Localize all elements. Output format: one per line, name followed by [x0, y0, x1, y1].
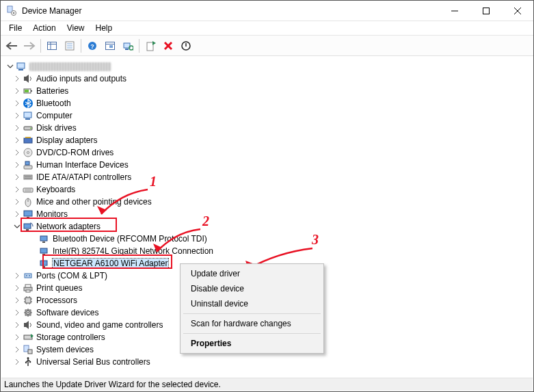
toolbar-scan-hardware-button[interactable] — [120, 38, 136, 54]
device-category[interactable]: Network adapters — [5, 220, 533, 233]
device-category-label: Disk drives — [36, 123, 77, 133]
svg-rect-88 — [25, 346, 28, 351]
svg-rect-48 — [23, 188, 33, 192]
svg-rect-33 — [25, 90, 29, 92]
expand-icon[interactable] — [12, 283, 22, 293]
device-category-icon — [23, 184, 34, 195]
toolbar-options-button[interactable] — [102, 38, 118, 54]
toolbar-help-button[interactable]: ? — [84, 38, 101, 54]
expand-icon[interactable] — [12, 160, 22, 170]
ctx-disable-device[interactable]: Disable device — [183, 281, 321, 296]
expand-icon[interactable] — [12, 185, 22, 194]
menu-file[interactable]: File — [3, 22, 27, 34]
device-category[interactable]: Batteries — [5, 85, 533, 97]
device-category[interactable]: Keyboards — [5, 183, 533, 196]
device-category[interactable]: Bluetooth — [5, 97, 533, 109]
device-category[interactable]: Computer — [5, 109, 533, 122]
toolbar-separator — [81, 39, 81, 53]
window-buttons — [439, 1, 533, 21]
device-category-label: Audio inputs and outputs — [36, 74, 126, 83]
expand-icon[interactable] — [12, 209, 22, 219]
device-item[interactable]: Bluetooth Device (RFCOMM Protocol TDI) — [5, 233, 533, 245]
svg-rect-53 — [24, 211, 32, 216]
expand-icon[interactable] — [12, 308, 22, 317]
svg-rect-8 — [48, 42, 57, 49]
computer-icon — [16, 61, 27, 72]
svg-text:?: ? — [90, 42, 94, 49]
device-category[interactable]: Human Interface Devices — [5, 159, 533, 171]
ctx-scan-hardware[interactable]: Scan for hardware changes — [183, 316, 321, 331]
expand-icon[interactable] — [12, 296, 22, 305]
toolbar-separator — [139, 39, 139, 53]
toolbar-back-button[interactable] — [3, 38, 20, 54]
expand-icon[interactable] — [12, 99, 22, 108]
ctx-properties[interactable]: Properties — [183, 336, 321, 351]
device-category[interactable]: Universal Serial Bus controllers — [5, 356, 533, 368]
svg-point-90 — [27, 357, 29, 359]
device-category[interactable]: Display adapters — [5, 134, 533, 146]
svg-rect-60 — [42, 254, 45, 255]
expand-icon[interactable] — [12, 172, 22, 182]
close-button[interactable] — [502, 1, 533, 21]
ctx-uninstall-device[interactable]: Uninstall device — [183, 296, 321, 311]
toolbar-update-driver-button[interactable] — [142, 38, 159, 54]
network-adapter-icon — [39, 258, 50, 269]
device-category-label: Print queues — [36, 283, 82, 293]
device-category-icon — [23, 98, 34, 109]
menu-action[interactable]: Action — [27, 22, 61, 34]
device-category-label: Ports (COM & LPT) — [36, 271, 107, 280]
device-category[interactable]: Monitors — [5, 208, 533, 220]
svg-rect-62 — [42, 266, 45, 267]
expand-icon[interactable] — [12, 148, 22, 157]
device-category[interactable]: Disk drives — [5, 122, 533, 134]
collapse-icon[interactable] — [5, 62, 15, 71]
toolbar-properties-button[interactable] — [62, 38, 78, 54]
svg-rect-30 — [24, 77, 26, 81]
svg-rect-67 — [25, 285, 31, 287]
device-item[interactable]: Intel(R) 82574L Gigabit Network Connecti… — [5, 245, 533, 257]
device-item-label: Bluetooth Device (RFCOMM Protocol TDI) — [53, 234, 207, 244]
minimize-button[interactable] — [439, 1, 470, 21]
device-category-icon — [23, 344, 34, 355]
device-category-label: IDE ATA/ATAPI controllers — [36, 172, 131, 182]
svg-point-3 — [13, 12, 15, 14]
ctx-update-driver[interactable]: Update driver — [183, 266, 321, 281]
svg-rect-85 — [24, 323, 26, 327]
collapse-icon[interactable] — [12, 222, 22, 231]
svg-rect-69 — [25, 298, 31, 303]
device-category-icon — [23, 283, 34, 293]
expand-icon[interactable] — [12, 197, 22, 207]
device-category-label: Processors — [36, 296, 77, 305]
device-category-icon — [23, 332, 34, 343]
expand-icon[interactable] — [12, 357, 22, 367]
menu-view[interactable]: View — [62, 22, 90, 34]
maximize-button[interactable] — [470, 1, 502, 21]
toolbar-uninstall-button[interactable] — [160, 38, 176, 54]
device-category-label: Universal Serial Bus controllers — [36, 357, 150, 367]
expand-icon[interactable] — [12, 332, 22, 342]
toolbar-disable-button[interactable] — [178, 38, 194, 54]
device-item-label: Intel(R) 82574L Gigabit Network Connecti… — [53, 246, 213, 256]
svg-line-23 — [133, 49, 133, 51]
expand-icon[interactable] — [12, 74, 22, 83]
device-category-icon — [23, 319, 34, 330]
expand-icon[interactable] — [12, 135, 22, 145]
device-category[interactable]: Mice and other pointing devices — [5, 196, 533, 208]
svg-rect-28 — [17, 63, 25, 68]
device-category[interactable]: Audio inputs and outputs — [5, 73, 533, 85]
toolbar-show-hide-tree-button[interactable] — [44, 38, 60, 54]
device-category[interactable]: IDE ATA/ATAPI controllers — [5, 171, 533, 183]
device-category[interactable]: DVD/CD-ROM drives — [5, 146, 533, 159]
menu-help[interactable]: Help — [90, 22, 118, 34]
network-adapter-icon — [39, 246, 50, 257]
device-root[interactable] — [5, 60, 533, 73]
expand-icon[interactable] — [12, 320, 22, 330]
device-category-icon — [23, 295, 34, 306]
expand-icon[interactable] — [12, 271, 22, 280]
expand-icon[interactable] — [12, 123, 22, 133]
titlebar: Device Manager — [1, 1, 533, 21]
expand-icon[interactable] — [12, 111, 22, 120]
expand-icon[interactable] — [12, 345, 22, 354]
expand-icon[interactable] — [12, 86, 22, 96]
toolbar-forward-button[interactable] — [21, 38, 38, 54]
